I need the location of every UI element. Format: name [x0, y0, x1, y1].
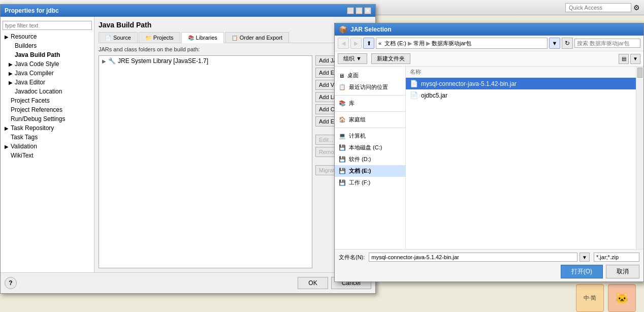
close-button[interactable]: ✕ [364, 7, 371, 14]
properties-title: Properties for jdbc [5, 7, 59, 14]
titlebar-buttons: _ □ ✕ [347, 7, 371, 14]
maximize-button[interactable]: □ [356, 7, 363, 14]
topbar-settings-icon[interactable]: ⚙ [633, 4, 640, 12]
properties-titlebar: Properties for jdbc _ □ ✕ [1, 5, 375, 15]
quick-access-input[interactable] [565, 3, 631, 12]
topbar-icons: ⚙ [565, 3, 640, 12]
minimize-button[interactable]: _ [347, 7, 354, 14]
properties-dialog: Properties for jdbc _ □ ✕ ▶Resource Buil… [0, 4, 376, 15]
